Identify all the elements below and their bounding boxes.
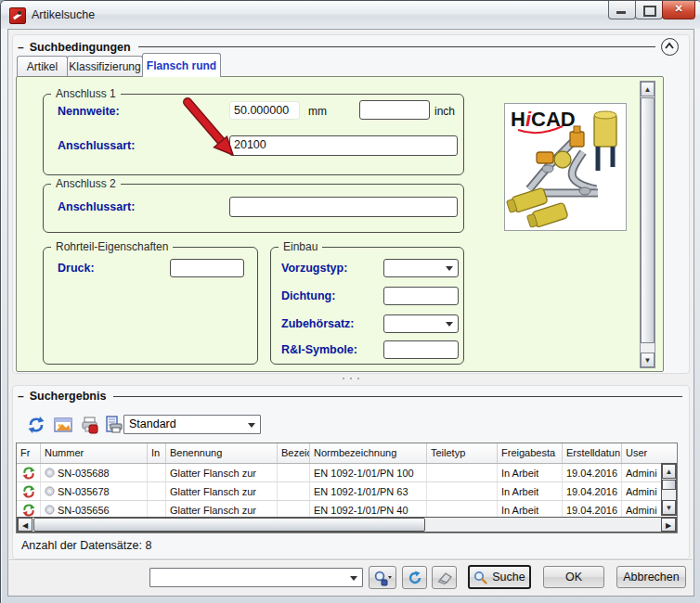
chevron-down-icon [446, 266, 453, 271]
scrollbar-thumb[interactable] [662, 480, 676, 490]
inch-unit-label: inch [434, 105, 455, 118]
table-v-scrollbar[interactable]: ▲ ▼ [661, 463, 677, 516]
chevron-down-icon [446, 322, 453, 327]
refresh-icon [408, 571, 422, 585]
part-icon [45, 486, 55, 496]
footer-divider [9, 559, 693, 561]
close-icon: ✕ [663, 3, 694, 15]
refresh-button[interactable] [402, 566, 427, 589]
col-bezeichnung[interactable]: Bezeic [278, 443, 310, 463]
saved-search-combo[interactable] [149, 568, 363, 587]
suchergebnis-rule [113, 396, 682, 397]
collapse-button[interactable] [661, 38, 679, 56]
rohrteil-title: Rohrteil-Eigenschaften [51, 240, 173, 253]
results-table: Fr Nummer In Benennung Bezeic Normbezeic… [16, 443, 678, 533]
ri-symbole-field[interactable] [383, 340, 459, 359]
einbau-title: Einbau [279, 240, 322, 253]
mm-unit-label: mm [308, 105, 327, 118]
col-erstelldatum[interactable]: Erstelldatun [563, 443, 622, 463]
scrollbar-thumb[interactable] [33, 518, 425, 532]
col-normbezeichnung[interactable]: Normbezeichnung [310, 443, 427, 463]
zubehoersatz-label: Zubehörsatz: [281, 317, 354, 330]
view-combo-value: Standard [129, 417, 176, 430]
col-nummer[interactable]: Nummer [41, 443, 148, 463]
table-row[interactable]: SN-035688 Glatter Flansch zur EN 1092-1/… [17, 464, 677, 482]
preview-image-icon[interactable] [54, 416, 72, 434]
artikelsuche-dialog: Artikelsuche ✕ – Suchbedingungen Artikel… [0, 0, 700, 603]
col-benennung[interactable]: Benennung [166, 443, 278, 463]
part-icon [45, 505, 55, 515]
maximize-button[interactable] [635, 1, 663, 19]
col-user[interactable]: User [622, 443, 677, 463]
druck-field[interactable] [170, 259, 244, 277]
table-h-scrollbar[interactable]: ◀ ▶ [17, 517, 677, 532]
chevron-down-icon [248, 423, 255, 428]
minimize-icon [616, 11, 626, 14]
record-count: Anzahl der Datensätze: 8 [21, 539, 151, 552]
minimize-button[interactable] [608, 1, 636, 19]
suche-button[interactable]: Suche [468, 565, 531, 589]
col-freigabestatus[interactable]: Freigabesta [498, 443, 563, 463]
nennweite-label: Nennweite: [58, 105, 120, 118]
anschluss2-title: Anschluss 2 [51, 177, 121, 190]
clear-button[interactable] [432, 566, 457, 589]
close-button[interactable]: ✕ [662, 1, 695, 19]
scroll-up-icon[interactable]: ▲ [662, 464, 676, 479]
save-search-button[interactable] [369, 566, 396, 589]
col-fr[interactable]: Fr [17, 443, 41, 463]
vorzugstyp-dropdown[interactable] [383, 259, 459, 277]
scrollbar-thumb[interactable] [641, 97, 655, 343]
piping-illustration [505, 104, 624, 228]
ok-label: OK [565, 571, 582, 584]
eraser-icon [436, 571, 452, 584]
conditions-scrollbar[interactable]: ▲ ▼ [640, 81, 655, 368]
dichtung-label: Dichtung: [281, 289, 335, 302]
preview-image: HiCAD [504, 103, 627, 231]
scroll-right-icon[interactable]: ▶ [661, 518, 676, 532]
release-status-icon [22, 485, 35, 498]
tab-artikel[interactable]: Artikel [17, 56, 68, 77]
release-status-icon [22, 467, 35, 480]
app-icon [9, 7, 26, 24]
vorzugstyp-label: Vorzugstyp: [281, 262, 347, 275]
refresh-results-icon[interactable] [27, 416, 45, 434]
tab-klassifizierung[interactable]: Klassifizierung [67, 56, 143, 77]
chevron-down-icon [350, 576, 357, 581]
suchbedingungen-title: Suchbedingungen [30, 41, 131, 54]
tab-flansch-rund[interactable]: Flansch rund [142, 53, 221, 77]
scroll-down-icon[interactable]: ▼ [662, 500, 676, 515]
zubehoersatz-dropdown[interactable] [383, 314, 459, 333]
maximize-icon [643, 6, 656, 17]
suchbedingungen-rule [138, 46, 655, 47]
print-pdf-icon[interactable] [81, 416, 99, 434]
abbrechen-label: Abbrechen [623, 571, 679, 584]
titlebar[interactable]: Artikelsuche ✕ [1, 1, 700, 29]
splitter-dots-icon[interactable] [343, 378, 344, 379]
col-teiletyp[interactable]: Teiletyp [427, 443, 498, 463]
chevron-up-icon [664, 42, 675, 51]
scroll-left-icon[interactable]: ◀ [18, 518, 32, 532]
anschlussart1-field[interactable]: 20100 [229, 135, 458, 156]
druck-label: Druck: [58, 262, 95, 275]
table-row[interactable]: SN-035678 Glatter Flansch zur EN 1092-1/… [17, 482, 677, 501]
scroll-up-icon[interactable]: ▲ [641, 82, 655, 96]
anschlussart2-field[interactable] [229, 197, 458, 217]
nennweite-mm-field[interactable]: 50.000000 [229, 101, 300, 120]
anschlussart2-label: Anschlussart: [58, 200, 135, 213]
abbrechen-button[interactable]: Abbrechen [616, 566, 686, 588]
suche-label: Suche [492, 571, 525, 584]
ri-symbole-label: R&I-Symbole: [281, 343, 357, 356]
nennweite-inch-field[interactable] [359, 100, 430, 120]
suchergebnis-title: Suchergebnis [30, 390, 107, 403]
view-combo[interactable]: Standard [123, 415, 261, 434]
part-icon [45, 468, 55, 478]
print-report-icon[interactable] [105, 416, 123, 434]
scroll-down-icon[interactable]: ▼ [641, 353, 655, 367]
table-header: Fr Nummer In Benennung Bezeic Normbezeic… [17, 443, 677, 464]
col-in[interactable]: In [148, 443, 166, 463]
suchergebnis-dash: – [18, 390, 24, 403]
dichtung-field[interactable] [383, 287, 459, 305]
window-title: Artikelsuche [32, 8, 95, 21]
search-icon [473, 571, 487, 584]
ok-button[interactable]: OK [543, 566, 604, 588]
